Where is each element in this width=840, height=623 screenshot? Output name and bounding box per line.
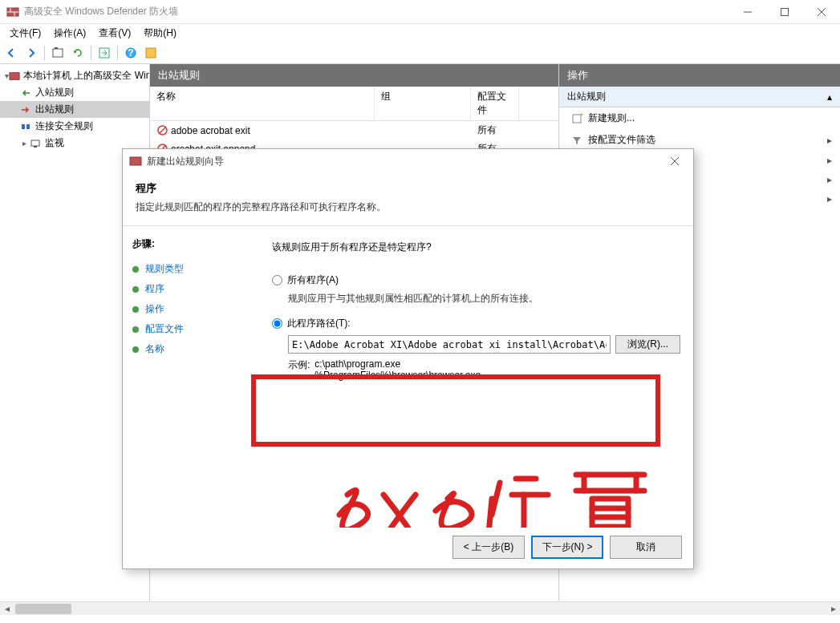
tree-root[interactable]: ▾ 本地计算机 上的高级安全 Wind [0, 67, 149, 84]
separator [91, 46, 91, 60]
refresh-button[interactable] [68, 43, 87, 63]
back-button[interactable] [2, 43, 21, 63]
filter-icon [570, 134, 583, 147]
rules-list-header: 名称 组 配置文件 [150, 87, 558, 121]
step-rule-type[interactable]: 规则类型 [132, 259, 250, 279]
chevron-right-icon: ▸ [827, 174, 832, 185]
svg-text:?: ? [128, 47, 133, 59]
col-profile[interactable]: 配置文件 [471, 87, 519, 120]
browse-button[interactable]: 浏览(R)... [615, 335, 680, 354]
properties-button[interactable] [141, 43, 160, 63]
step-profile[interactable]: 配置文件 [132, 319, 250, 339]
example-label: 示例: [288, 358, 310, 381]
option-all-desc: 规则应用于与其他规则属性相匹配的计算机上的所有连接。 [288, 292, 680, 305]
tree-connsec[interactable]: 连接安全规则 [0, 118, 149, 135]
list-row[interactable]: adobe acrobat exit 所有 [150, 121, 558, 140]
svg-rect-13 [146, 48, 156, 58]
menubar: 文件(F) 操作(A) 查看(V) 帮助(H) [0, 24, 840, 42]
steps-title: 步骤: [132, 237, 250, 251]
dialog-header: 程序 指定此规则匹配的程序的完整程序路径和可执行程序名称。 [123, 173, 693, 226]
svg-rect-16 [26, 124, 30, 129]
cancel-button[interactable]: 取消 [610, 536, 682, 559]
actions-header: 操作 [559, 64, 840, 87]
outbound-icon [19, 103, 32, 116]
dialog-content: 该规则应用于所有程序还是特定程序? 所有程序(A) 规则应用于与其他规则属性相匹… [259, 226, 693, 528]
svg-rect-9 [55, 47, 58, 49]
tree-inbound[interactable]: 入站规则 [0, 84, 149, 101]
maximize-button[interactable] [766, 0, 803, 24]
rule-name: adobe acrobat exit [171, 125, 250, 136]
chevron-right-icon: ▸ [827, 193, 832, 204]
dialog-titlebar[interactable]: 新建出站规则向导 [123, 149, 693, 173]
annotation-handwriting [307, 459, 660, 528]
svg-rect-18 [34, 146, 37, 148]
option-all-programs[interactable]: 所有程序(A) [272, 273, 680, 287]
svg-rect-5 [781, 8, 789, 15]
col-name[interactable]: 名称 [150, 87, 375, 120]
export-button[interactable] [95, 43, 114, 63]
actions-section[interactable]: 出站规则 ▴ [559, 87, 840, 107]
action-new-rule[interactable]: ✦ 新建规则... [559, 107, 840, 129]
col-group[interactable]: 组 [375, 87, 471, 120]
firewall-icon [9, 70, 20, 83]
forward-button[interactable] [22, 43, 41, 63]
separator [117, 46, 118, 60]
dialog-question: 该规则应用于所有程序还是特定程序? [272, 241, 680, 254]
next-button[interactable]: 下一步(N) > [531, 536, 603, 559]
chevron-right-icon: ▸ [827, 155, 832, 166]
step-label: 程序 [145, 282, 164, 296]
chevron-right-icon: ▸ [827, 135, 832, 146]
option-this-program[interactable]: 此程序路径(T): [272, 317, 680, 330]
expand-icon[interactable]: ▸ [19, 139, 29, 148]
help-button[interactable]: ? [121, 43, 140, 63]
back-button[interactable]: < 上一步(B) [452, 536, 525, 559]
toolbar: ? [0, 42, 840, 64]
collapse-icon[interactable]: ▴ [827, 91, 832, 103]
dialog-footer: < 上一步(B) 下一步(N) > 取消 [123, 528, 693, 568]
radio-this-program[interactable] [272, 318, 282, 329]
bullet-icon [132, 326, 139, 333]
menu-help[interactable]: 帮助(H) [137, 24, 183, 42]
tree-outbound-label: 出站规则 [35, 103, 74, 116]
dialog-head-title: 程序 [136, 181, 680, 196]
action-label: 新建规则... [588, 111, 635, 125]
step-label: 配置文件 [145, 322, 184, 336]
dialog-head-desc: 指定此规则匹配的程序的完整程序路径和可执行程序名称。 [136, 200, 680, 214]
tree-outbound[interactable]: 出站规则 [0, 101, 149, 118]
svg-rect-15 [22, 124, 25, 129]
tree-connsec-label: 连接安全规则 [35, 119, 93, 133]
program-path-input[interactable] [288, 335, 611, 354]
step-action[interactable]: 操作 [132, 299, 250, 319]
rules-scrollbar[interactable]: ◂ ▸ [150, 601, 559, 615]
svg-line-20 [160, 127, 165, 133]
firewall-icon [6, 6, 19, 18]
dialog-title: 新建出站规则向导 [147, 155, 663, 168]
bullet-icon [132, 306, 139, 313]
monitor-icon [29, 137, 42, 150]
step-program[interactable]: 程序 [132, 279, 250, 299]
actions-section-label: 出站规则 [567, 90, 606, 103]
menu-action[interactable]: 操作(A) [47, 24, 92, 42]
svg-rect-14 [10, 72, 19, 79]
rules-panel-header: 出站规则 [150, 64, 558, 87]
up-button[interactable] [48, 43, 67, 63]
action-filter-profile[interactable]: 按配置文件筛选 ▸ [559, 129, 840, 151]
rule-profile: 所有 [471, 123, 519, 138]
radio-all-programs[interactable] [272, 275, 282, 285]
tree-root-label: 本地计算机 上的高级安全 Wind [23, 69, 150, 83]
step-name[interactable]: 名称 [132, 339, 250, 359]
minimize-button[interactable] [729, 0, 766, 24]
step-label: 操作 [145, 302, 164, 316]
close-button[interactable] [803, 0, 840, 24]
bullet-icon [132, 346, 139, 353]
action-label: 按配置文件筛选 [588, 133, 655, 147]
tree-monitor-label: 监视 [45, 136, 64, 150]
block-icon [156, 125, 168, 136]
menu-file[interactable]: 文件(F) [3, 24, 47, 42]
firewall-icon [129, 155, 142, 168]
bullet-icon [132, 286, 139, 293]
menu-view[interactable]: 查看(V) [92, 24, 137, 42]
svg-text:✦: ✦ [579, 113, 582, 120]
separator [44, 46, 45, 60]
dialog-close-button[interactable] [663, 153, 687, 169]
